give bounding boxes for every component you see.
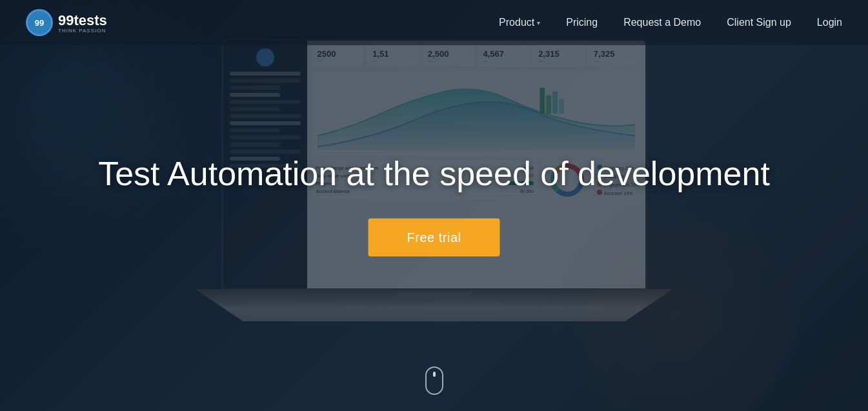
svg-rect-3 [558, 99, 563, 114]
line-chart [318, 77, 635, 150]
hero-content: Test Automation at the speed of developm… [0, 154, 868, 257]
logo-icon: 99 [26, 9, 53, 36]
svg-text:99: 99 [35, 18, 44, 28]
metric-value: 2,500 [428, 49, 469, 59]
logo-svg: 99 [27, 10, 52, 35]
sidebar-line [230, 72, 301, 75]
sidebar-line [230, 86, 280, 90]
sidebar-line [230, 79, 301, 83]
sidebar-line [230, 128, 280, 132]
laptop-base [196, 289, 673, 321]
svg-rect-2 [552, 92, 558, 114]
sidebar-line [230, 143, 280, 146]
navbar: 99 99tests THINK PASSION Product ▾ Prici… [0, 0, 868, 45]
metric-card: 7,325 — [589, 46, 640, 66]
logo-brand-name: 99tests [58, 12, 107, 29]
logo: 99 99tests THINK PASSION [26, 9, 107, 36]
sidebar-line [230, 150, 301, 154]
metric-label: — [318, 59, 359, 63]
metric-card: 4,567 — [478, 46, 530, 66]
nav-request-demo[interactable]: Request a Demo [623, 17, 701, 28]
free-trial-button[interactable]: Free trial [368, 219, 500, 257]
logo-tagline: THINK PASSION [58, 28, 107, 34]
metrics-row: 2500 — 1,51 — 2,500 — 4,567 [312, 46, 640, 66]
sidebar-line [230, 135, 301, 139]
metric-value: 4,567 [483, 49, 525, 59]
nav-login-label: Login [817, 17, 842, 28]
chart-area [312, 72, 640, 155]
nav-pricing[interactable]: Pricing [566, 17, 598, 28]
nav-login[interactable]: Login [817, 17, 842, 28]
metric-value: 1,51 [372, 49, 414, 59]
svg-rect-0 [540, 88, 545, 114]
hero-title: Test Automation at the speed of developm… [0, 154, 868, 193]
nav-request-demo-label: Request a Demo [623, 17, 701, 28]
sidebar-line [230, 93, 280, 97]
metric-label: — [428, 59, 469, 63]
scroll-dot [433, 372, 436, 377]
metric-label: — [594, 59, 635, 63]
nav-product[interactable]: Product ▾ [499, 17, 540, 28]
sidebar-line [230, 100, 301, 104]
metric-label: — [483, 59, 525, 63]
scroll-indicator [425, 366, 443, 395]
sidebar-line [230, 114, 301, 118]
hero-section: 2500 — 1,51 — 2,500 — 4,567 [0, 0, 868, 411]
metric-card: 1,51 — [367, 46, 419, 66]
chevron-down-icon: ▾ [537, 19, 540, 26]
nav-links: Product ▾ Pricing Request a Demo Client … [499, 17, 842, 28]
metric-card: 2,500 — [423, 46, 474, 66]
metric-value: 7,325 [594, 49, 635, 59]
nav-client-signup[interactable]: Client Sign up [727, 17, 791, 28]
logo-text-block: 99tests THINK PASSION [58, 12, 107, 34]
sidebar-line [230, 107, 280, 111]
nav-pricing-label: Pricing [566, 17, 598, 28]
metric-value: 2500 [318, 49, 359, 59]
laptop-notch [396, 292, 473, 297]
metric-value: 2,315 [538, 49, 580, 59]
sidebar-line [230, 121, 301, 125]
nav-product-label: Product [499, 17, 534, 28]
metric-label: — [372, 59, 414, 63]
svg-rect-1 [546, 95, 551, 114]
nav-client-signup-label: Client Sign up [727, 17, 791, 28]
metric-label: — [538, 59, 580, 63]
metric-card: 2,315 — [533, 46, 585, 66]
screen-avatar [256, 48, 274, 66]
metric-card: 2500 — [312, 46, 364, 66]
